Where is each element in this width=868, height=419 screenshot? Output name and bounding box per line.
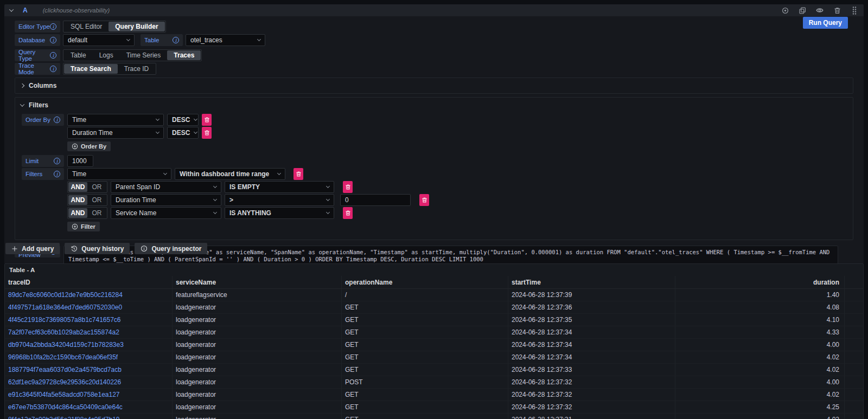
info-icon[interactable]: i xyxy=(173,37,179,43)
chevron-down-icon xyxy=(326,210,330,214)
start-time-cell: 2024-06-28 12:37:34 xyxy=(508,326,675,339)
filter-operator-select[interactable]: IS EMPTY xyxy=(225,181,334,193)
order-by-row: Duration Time DESC xyxy=(22,127,846,139)
record-circle-icon[interactable] xyxy=(781,7,789,14)
trace-id-link[interactable]: 62df1ec9a29728c9e29536c20d140226 xyxy=(5,376,173,389)
trace-id-link[interactable]: e91c3645f04fa5e58adcd0758e1ea127 xyxy=(5,389,173,401)
trace-mode-trace-id[interactable]: Trace ID xyxy=(118,64,156,74)
trash-icon xyxy=(345,184,351,190)
filter-operator-select[interactable]: > xyxy=(225,194,334,206)
trace-id-link[interactable]: 96968b10fa2b2c1590bc67dea06ef35f xyxy=(5,351,173,364)
query-type-table[interactable]: Table xyxy=(64,50,93,60)
trace-id-link[interactable]: 7a2f07ecf63c60b1029ab2ac155874a2 xyxy=(5,326,173,339)
database-select[interactable]: default xyxy=(63,34,135,46)
query-footer-actions: Add query Query history Query inspector xyxy=(5,243,207,254)
filters-section-toggle[interactable]: Filters xyxy=(21,100,846,111)
service-name-cell: loadgenerator xyxy=(173,389,342,401)
and-option[interactable]: AND xyxy=(68,182,87,192)
remove-filter-button[interactable] xyxy=(343,207,353,219)
trace-id-link[interactable]: 4f497571a618e364ed7ded60752030e0 xyxy=(5,301,173,314)
hide-response-eye-icon[interactable] xyxy=(816,7,824,14)
start-time-cell: 2024-06-28 12:37:33 xyxy=(508,364,675,376)
trace-mode-trace-search[interactable]: Trace Search xyxy=(64,64,118,74)
run-query-button[interactable]: Run Query xyxy=(803,17,848,29)
order-by-direction-select[interactable]: DESC xyxy=(167,114,199,126)
chevron-down-icon xyxy=(156,130,159,134)
info-icon[interactable]: i xyxy=(50,52,56,59)
remove-query-trash-icon[interactable] xyxy=(833,7,841,14)
remove-time-filter-button[interactable] xyxy=(293,168,303,180)
order-by-field-select[interactable]: Duration Time xyxy=(67,127,164,139)
info-icon[interactable]: i xyxy=(50,66,56,72)
trash-icon xyxy=(345,210,351,216)
query-inspector-button[interactable]: Query inspector xyxy=(135,243,207,254)
filter-field-select[interactable]: Parent Span ID xyxy=(111,181,221,193)
start-time-cell: 2024-06-28 12:37:36 xyxy=(508,301,675,314)
filler-cell xyxy=(845,364,863,376)
column-header-startTime[interactable]: startTime xyxy=(508,276,675,289)
filler-cell xyxy=(845,289,863,301)
info-icon[interactable]: i xyxy=(50,23,56,30)
trash-icon xyxy=(296,171,302,177)
and-option[interactable]: AND xyxy=(68,208,87,218)
remove-filter-button[interactable] xyxy=(419,194,429,206)
filters-section: Filters Order Byi Time DESC Duration Tim… xyxy=(15,97,853,240)
trace-id-link[interactable]: e67ee7b53870d4c864ca50409ca0e64c xyxy=(5,401,173,414)
trace-id-link[interactable]: 8f4e12c7a90b3d56e21f88a4c05d7b19 xyxy=(5,414,173,419)
add-order-by-button[interactable]: Order By xyxy=(67,141,111,151)
query-history-button[interactable]: Query history xyxy=(65,243,130,254)
filter-field-select[interactable]: Duration Time xyxy=(111,194,221,206)
duration-cell: 4.33 xyxy=(675,326,845,339)
query-type-time-series[interactable]: Time Series xyxy=(120,50,168,60)
columns-section-toggle[interactable]: Columns xyxy=(21,80,846,91)
editor-type-query-builder[interactable]: Query Builder xyxy=(108,22,164,31)
operation-name-cell: GET xyxy=(342,314,508,326)
filter-value-input[interactable] xyxy=(340,194,411,206)
add-filter-button[interactable]: Filter xyxy=(67,222,100,231)
column-header-operationName[interactable]: operationName xyxy=(342,276,508,289)
remove-filter-button[interactable] xyxy=(343,181,353,193)
duplicate-query-icon[interactable] xyxy=(799,7,806,14)
editor-type-sql-editor[interactable]: SQL Editor xyxy=(64,22,108,31)
limit-input[interactable] xyxy=(67,155,93,167)
filler-cell xyxy=(845,376,863,389)
query-type-traces[interactable]: Traces xyxy=(167,50,201,60)
query-type-logs[interactable]: Logs xyxy=(93,50,120,60)
collapse-query-chevron-icon[interactable] xyxy=(9,7,14,11)
info-icon[interactable]: i xyxy=(54,117,60,123)
filter-rows: AND OR Parent Span ID IS EMPTY AND OR Du… xyxy=(22,181,846,219)
add-query-button[interactable]: Add query xyxy=(5,243,60,254)
filter-field-select[interactable]: Service Name xyxy=(111,207,221,219)
or-option[interactable]: OR xyxy=(87,182,106,192)
remove-order-by-button[interactable] xyxy=(202,114,212,126)
filler-cell xyxy=(845,314,863,326)
info-icon[interactable]: i xyxy=(54,158,60,164)
trace-id-link[interactable]: 1887794f7eaa6037d0e2a4579bcd7acb xyxy=(5,364,173,376)
column-header-serviceName[interactable]: serviceName xyxy=(173,276,342,289)
info-icon[interactable]: i xyxy=(54,171,60,177)
duration-cell: 4.02 xyxy=(675,389,845,401)
trace-id-link[interactable]: 89dc7e8c6060c0d12de7e9b50c216284 xyxy=(5,289,173,301)
or-option[interactable]: OR xyxy=(87,208,106,218)
column-header-duration[interactable]: duration xyxy=(675,276,845,289)
chevron-right-icon xyxy=(20,83,24,88)
and-or-toggle: AND OR xyxy=(67,181,107,193)
remove-order-by-button[interactable] xyxy=(202,127,212,139)
order-by-direction-select[interactable]: DESC xyxy=(167,127,199,139)
filter-time-operator-select[interactable]: Within dashboard time range xyxy=(175,168,285,180)
filter-row: AND OR Service Name IS ANYTHING xyxy=(22,207,846,219)
drag-handle-icon[interactable] xyxy=(851,7,858,14)
table-select[interactable]: otel_traces xyxy=(186,34,265,46)
and-option[interactable]: AND xyxy=(68,195,87,205)
info-icon[interactable]: i xyxy=(50,37,56,43)
filters-label: Filters i xyxy=(22,168,64,180)
or-option[interactable]: OR xyxy=(87,195,106,205)
filter-time-field-select[interactable]: Time xyxy=(67,168,171,180)
order-by-field-select[interactable]: Time xyxy=(67,114,164,126)
duration-cell: 4.25 xyxy=(675,401,845,414)
filter-operator-select[interactable]: IS ANYTHING xyxy=(225,207,334,219)
column-header-traceID[interactable]: traceID xyxy=(5,276,173,289)
trace-id-link[interactable]: 4f45c21918c73698057a8b1c741657c6 xyxy=(5,314,173,326)
filler-cell xyxy=(845,414,863,419)
trace-id-link[interactable]: db9704a2bbda34204d159c71b78283e3 xyxy=(5,339,173,351)
